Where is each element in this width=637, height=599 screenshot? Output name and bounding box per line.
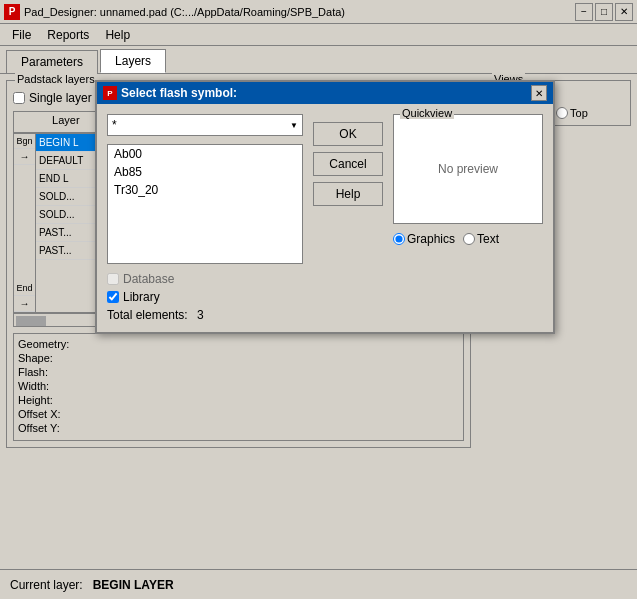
menu-reports[interactable]: Reports [39, 26, 97, 44]
radio-top-item: Top [556, 107, 588, 119]
app-icon: P [4, 4, 20, 20]
symbol-dropdown[interactable]: * ▼ [107, 114, 303, 136]
width-label: Width: [18, 380, 78, 392]
nav-end-arrow[interactable]: → [14, 296, 35, 312]
window-title: Pad_Designer: unnamed.pad (C:.../AppData… [24, 6, 345, 18]
radio-graphics-item: Graphics [393, 232, 455, 246]
symbol-listbox[interactable]: Ab00 Ab85 Tr30_20 [107, 144, 303, 264]
current-layer-label: Current layer: [10, 578, 83, 592]
radio-graphics[interactable] [393, 233, 405, 245]
list-item[interactable]: Tr30_20 [108, 181, 302, 199]
help-button[interactable]: Help [313, 182, 383, 206]
title-bar: P Pad_Designer: unnamed.pad (C:.../AppDa… [0, 0, 637, 24]
tab-layers[interactable]: Layers [100, 49, 166, 73]
geometry-label: Geometry: [18, 338, 78, 350]
scroll-thumb[interactable] [16, 316, 46, 326]
database-checkbox[interactable] [107, 273, 119, 285]
radio-top[interactable] [556, 107, 568, 119]
window-controls: − □ ✕ [575, 3, 633, 21]
status-bar: Current layer: BEGIN LAYER [0, 569, 637, 599]
dialog-body: * ▼ Ab00 Ab85 Tr30_20 Database [97, 104, 553, 332]
close-button[interactable]: ✕ [615, 3, 633, 21]
ok-button[interactable]: OK [313, 122, 383, 146]
total-elements-row: Total elements: 3 [107, 308, 303, 322]
height-label: Height: [18, 394, 78, 406]
dropdown-value: * [112, 118, 117, 132]
current-layer-value: BEGIN LAYER [93, 578, 174, 592]
nav-bgn-label: Bgn [14, 134, 35, 149]
restore-button[interactable]: □ [595, 3, 613, 21]
row-layer-cell: DEFAULT [36, 152, 96, 169]
nav-end-label: End [14, 281, 35, 296]
geo-width-row: Width: [18, 380, 459, 392]
quickview-radio-row: Graphics Text [393, 232, 543, 246]
dialog-right: Quickview No preview Graphics Text [393, 114, 543, 322]
no-preview-text: No preview [438, 162, 498, 176]
cancel-button[interactable]: Cancel [313, 152, 383, 176]
dropdown-row: * ▼ [107, 114, 303, 136]
offsety-label: Offset Y: [18, 422, 78, 434]
row-layer-cell: SOLD... [36, 188, 96, 205]
row-layer-cell: BEGIN L [36, 134, 96, 151]
database-check-row: Database [107, 272, 303, 286]
radio-graphics-label: Graphics [407, 232, 455, 246]
offsetx-label: Offset X: [18, 408, 78, 420]
dialog-close-button[interactable]: ✕ [531, 85, 547, 101]
minimize-button[interactable]: − [575, 3, 593, 21]
quickview-title: Quickview [400, 107, 454, 119]
menu-bar: File Reports Help [0, 24, 637, 46]
radio-text-item: Text [463, 232, 499, 246]
geo-offsety-row: Offset Y: [18, 422, 459, 434]
total-elements-label: Total elements: [107, 308, 188, 322]
dialog-left: * ▼ Ab00 Ab85 Tr30_20 Database [107, 114, 303, 322]
layer-nav: Bgn → End → [13, 133, 35, 313]
menu-file[interactable]: File [4, 26, 39, 44]
list-item[interactable]: Ab85 [108, 163, 302, 181]
geo-shape-row: Shape: [18, 352, 459, 364]
dialog-title-bar: P Select flash symbol: ✕ [97, 82, 553, 104]
list-item[interactable]: Ab00 [108, 145, 302, 163]
total-elements-value: 3 [197, 308, 204, 322]
geometry-panel: Geometry: Shape: Flash: Width: Height: [13, 333, 464, 441]
library-label: Library [123, 290, 160, 304]
dropdown-arrow-icon: ▼ [290, 121, 298, 130]
flash-symbol-dialog: P Select flash symbol: ✕ * ▼ Ab00 Ab85 [95, 80, 555, 334]
radio-text-label: Text [477, 232, 499, 246]
row-layer-cell: SOLD... [36, 206, 96, 223]
row-layer-cell: PAST... [36, 224, 96, 241]
radio-text[interactable] [463, 233, 475, 245]
geo-height-row: Height: [18, 394, 459, 406]
dialog-buttons: OK Cancel Help [313, 114, 383, 322]
dialog-title: P Select flash symbol: [103, 86, 237, 100]
database-label: Database [123, 272, 174, 286]
geo-geometry-row: Geometry: [18, 338, 459, 350]
row-layer-cell: END L [36, 170, 96, 187]
library-checkbox[interactable] [107, 291, 119, 303]
dialog-title-text: Select flash symbol: [121, 86, 237, 100]
padstack-layers-title: Padstack layers [15, 73, 97, 85]
menu-help[interactable]: Help [97, 26, 138, 44]
flash-label: Flash: [18, 366, 78, 378]
nav-bgn-arrow[interactable]: → [14, 149, 35, 165]
row-layer-cell: PAST... [36, 242, 96, 259]
tab-parameters[interactable]: Parameters [6, 50, 98, 73]
radio-top-label: Top [570, 107, 588, 119]
quickview-group: Quickview No preview [393, 114, 543, 224]
dialog-icon: P [103, 86, 117, 100]
shape-label: Shape: [18, 352, 78, 364]
geo-offsetx-row: Offset X: [18, 408, 459, 420]
geo-flash-row: Flash: [18, 366, 459, 378]
library-check-row: Library [107, 290, 303, 304]
tab-bar: Parameters Layers [0, 46, 637, 74]
check-group: Database Library [107, 272, 303, 304]
single-layer-checkbox[interactable] [13, 92, 25, 104]
